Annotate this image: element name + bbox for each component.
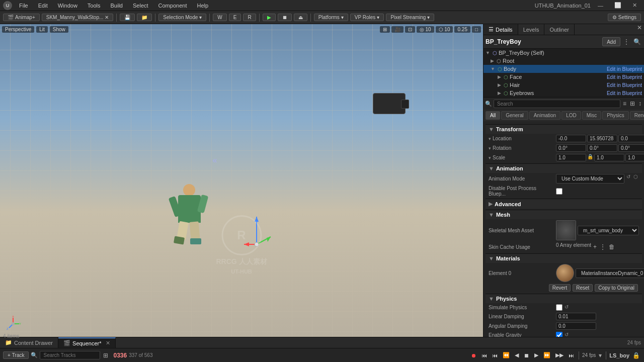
scale-z-input[interactable] [625, 154, 644, 161]
details-filter-btn[interactable]: ⊞ [629, 99, 636, 108]
advanced-section-header[interactable]: ▶ Advanced [486, 199, 642, 209]
transform-section-header[interactable]: ▼ Transform [486, 124, 642, 134]
details-collapse-btn[interactable]: ↕ [637, 99, 642, 108]
seq-filter-btn[interactable]: ⊞ [102, 351, 109, 360]
filter-tab-misc[interactable]: Misc [582, 111, 602, 120]
vp-roles-btn[interactable]: VP Roles ▾ [350, 14, 384, 21]
scale-y-input[interactable] [594, 154, 624, 161]
menu-edit[interactable]: Edit [35, 2, 51, 10]
eject-btn[interactable]: ⏏ [294, 14, 307, 21]
vp-scale-snap[interactable]: ⬡ 10 [436, 26, 453, 33]
filter-tab-general[interactable]: General [501, 111, 528, 120]
anim-mode-override-btn[interactable]: ⬡ [632, 174, 639, 184]
seq-search-input[interactable] [40, 351, 100, 359]
tree-item-face[interactable]: ▶ ⬡ Face Edit in Blueprint [484, 73, 644, 81]
menu-select[interactable]: Select [130, 2, 151, 10]
skin-cache-add-btn[interactable]: + [592, 242, 598, 251]
tab-levels[interactable]: Levels [518, 24, 545, 35]
vp-camera-speed[interactable]: 🎥 [391, 26, 404, 33]
simulate-checkbox[interactable] [556, 304, 562, 311]
details-options-btn[interactable]: ⋮ [622, 37, 630, 46]
scale-lock-icon[interactable]: 🔒 [587, 154, 593, 161]
vp-rotation-snap[interactable]: ◎ 10 [417, 26, 434, 33]
transform-mode-btn[interactable]: W [213, 14, 226, 21]
menu-build[interactable]: Build [108, 2, 126, 10]
anim-mode-dropdown[interactable]: Use Custom Mode [556, 174, 624, 184]
rotation-x-input[interactable] [556, 144, 586, 152]
tab-content-browser[interactable]: 📁 Content Drawer [0, 337, 58, 348]
save-btn[interactable]: 💾 [120, 14, 135, 21]
seq-fwd-btn[interactable]: ▶▶ [554, 351, 565, 359]
details-search-input[interactable] [494, 100, 620, 108]
angular-damping-input[interactable] [556, 322, 596, 330]
tree-action-eyebrows[interactable]: Edit in Blueprint [607, 90, 642, 96]
skeletal-mesh-dropdown[interactable]: m_srt_umw_body [578, 226, 639, 235]
seq-back-btn[interactable]: ◀ [513, 351, 520, 359]
menu-tools[interactable]: Tools [85, 2, 104, 10]
filter-tab-all[interactable]: All [486, 111, 500, 120]
vp-maximize-btn[interactable]: ⊞ [380, 26, 390, 33]
scale-mode-btn[interactable]: R [243, 14, 256, 21]
seq-add-track-btn[interactable]: + Track [3, 351, 29, 359]
tree-action-body[interactable]: Edit in Blueprint [607, 66, 642, 72]
enable-gravity-checkbox[interactable] [556, 332, 562, 337]
tree-item-eyebrows[interactable]: ▶ ⬡ Eyebrows Edit in Blueprint [484, 89, 644, 97]
seq-stop-btn[interactable]: ⏹ [522, 351, 531, 359]
vp-grid-snap[interactable]: ⊡ [405, 26, 415, 33]
sequencer-close-btn[interactable]: ✕ [106, 340, 110, 346]
materials-section-header[interactable]: ▼ Materials [486, 253, 642, 263]
seq-record-btn[interactable]: ⏺ [469, 351, 478, 359]
lit-badge[interactable]: Lit [36, 26, 48, 33]
scale-x-input[interactable] [556, 154, 586, 161]
seq-step-back-btn[interactable]: ⏮ [491, 351, 499, 359]
seq-play-btn[interactable]: ▶ [533, 351, 540, 359]
physics-section-header[interactable]: ▼ Physics [486, 294, 642, 303]
rotation-z-input[interactable] [618, 144, 644, 152]
close-btn[interactable]: ✕ [628, 1, 641, 10]
tree-action-face[interactable]: Edit in Blueprint [607, 74, 642, 80]
revert-btn[interactable]: Revert [549, 284, 571, 292]
animation-section-header[interactable]: ▼ Animation [486, 163, 642, 173]
viewport[interactable]: « Perspective Lit Show ⊞ 🎥 ⊡ ◎ 10 [0, 24, 483, 337]
skin-cache-delete-btn[interactable]: 🗑 [608, 242, 616, 251]
filter-tab-animation[interactable]: Animation [529, 111, 560, 120]
filter-tab-lod[interactable]: LOD [561, 111, 581, 120]
tab-details[interactable]: ☰ Details [484, 24, 518, 35]
mesh-section-header[interactable]: ▼ Mesh [486, 210, 642, 219]
simulate-reset-btn[interactable]: ↺ [564, 304, 570, 311]
copy-to-original-btn[interactable]: Copy to Original [595, 284, 638, 292]
selection-mode-btn[interactable]: Selection Mode ▾ [158, 14, 206, 21]
open-btn[interactable]: 📁 [137, 14, 152, 21]
tree-item-hair[interactable]: ▶ ⬡ Hair Edit in Blueprint [484, 81, 644, 89]
material-dropdown[interactable]: MaterialInstanceDynamic_0 [576, 268, 644, 278]
fps-dropdown-btn[interactable]: ▾ [598, 351, 603, 360]
details-view-btn[interactable]: ≡ [622, 99, 627, 108]
seq-next-key-btn[interactable]: ⏩ [542, 351, 552, 359]
seq-prev-key-btn[interactable]: ⏪ [501, 351, 511, 359]
seq-goto-end-btn[interactable]: ⏭ [567, 351, 576, 359]
menu-help[interactable]: Help [194, 2, 211, 10]
animap-btn[interactable]: 🎬 Animap+ [3, 14, 40, 21]
reset-btn[interactable]: Reset [573, 284, 593, 292]
maximize-btn[interactable]: ⬜ [610, 1, 625, 10]
tree-item-self[interactable]: ▼ ⬡ BP_TreyBoy (Self) [484, 49, 644, 57]
menu-file[interactable]: File [16, 2, 31, 10]
location-z-input[interactable] [618, 135, 644, 142]
rotation-y-input[interactable] [587, 144, 617, 152]
tree-item-body[interactable]: ▼ ⬡ Body Edit in Blueprint [484, 65, 644, 73]
linear-damping-input[interactable] [556, 313, 596, 320]
skin-cache-options-btn[interactable]: ⋮ [599, 242, 607, 251]
minimize-btn[interactable]: — [594, 2, 607, 10]
location-x-input[interactable] [556, 135, 586, 142]
play-btn-main[interactable]: ▶ [263, 14, 276, 21]
vp-fov[interactable]: 0.25 [454, 26, 470, 33]
tree-item-root[interactable]: ▶ ⬡ Root [484, 57, 644, 65]
platforms-btn[interactable]: Platforms ▾ [314, 14, 348, 21]
location-y-input[interactable] [587, 135, 617, 142]
perspective-badge[interactable]: Perspective [2, 26, 34, 33]
tree-action-hair[interactable]: Edit in Blueprint [607, 82, 642, 88]
tab-sequencer[interactable]: 🎬 Sequencer* ✕ [58, 337, 116, 348]
stop-btn-main[interactable]: ⏹ [278, 14, 292, 21]
rotate-mode-btn[interactable]: E [229, 14, 242, 21]
details-search-btn[interactable]: 🔍 [632, 37, 642, 46]
